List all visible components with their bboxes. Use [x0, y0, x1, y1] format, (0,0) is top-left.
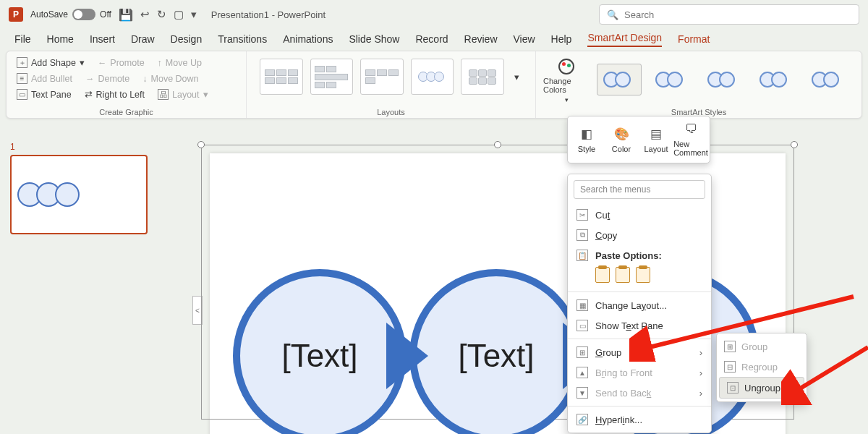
- link-icon: 🔗: [576, 414, 588, 425]
- tab-help[interactable]: Help: [551, 33, 572, 45]
- add-shape-button[interactable]: ＋Add Shape ▾: [14, 56, 88, 69]
- autosave-state: Off: [100, 9, 111, 20]
- tab-view[interactable]: View: [514, 33, 535, 45]
- menu-search-input[interactable]: Search the menus: [574, 180, 705, 199]
- layout-option-2[interactable]: [310, 59, 354, 95]
- style-option-2[interactable]: [649, 64, 694, 95]
- tab-slideshow[interactable]: Slide Show: [349, 33, 399, 45]
- smartart-shape-1[interactable]: [Text]: [233, 269, 407, 434]
- text-pane-menu-icon: ▭: [576, 320, 588, 331]
- ungroup-icon: ⊡: [727, 382, 739, 393]
- move-down-button[interactable]: ↓Move Down: [140, 72, 201, 85]
- slide-thumbnails-panel: 1: [0, 126, 174, 434]
- arrow-right-icon: →: [85, 74, 95, 84]
- layout-option-5[interactable]: [461, 59, 504, 95]
- present-icon[interactable]: ▢: [174, 8, 184, 21]
- style-option-3[interactable]: [701, 64, 746, 95]
- ribbon-tabs: File Home Insert Draw Design Transitions…: [0, 29, 868, 49]
- menu-bring-to-front: ▲Bring to Front›: [568, 362, 711, 383]
- search-input[interactable]: 🔍 Search: [599, 4, 859, 25]
- menu-cut[interactable]: ✂Cut: [568, 205, 711, 225]
- undo-icon[interactable]: ↩: [140, 8, 150, 21]
- qat-dropdown-icon[interactable]: ▾: [191, 8, 197, 21]
- demote-button[interactable]: →Demote: [82, 72, 132, 85]
- style-icon: ◧: [581, 127, 592, 142]
- layout-option-3[interactable]: [360, 59, 404, 95]
- tab-transitions[interactable]: Transitions: [218, 33, 267, 45]
- style-option-1[interactable]: [597, 64, 642, 95]
- add-bullet-button[interactable]: ≡Add Bullet: [14, 72, 75, 85]
- tab-record[interactable]: Record: [415, 33, 448, 45]
- search-icon: 🔍: [607, 9, 618, 20]
- mini-style-button[interactable]: ◧Style: [569, 119, 604, 160]
- move-up-button[interactable]: ↑Move Up: [155, 56, 205, 69]
- layout-option-1[interactable]: [260, 59, 303, 95]
- tab-home[interactable]: Home: [47, 33, 74, 45]
- menu-copy[interactable]: ⧉Copy: [568, 225, 711, 245]
- change-layout-icon: ▦: [576, 299, 588, 311]
- send-back-icon: ▼: [576, 387, 588, 399]
- save-icon[interactable]: 💾: [119, 8, 133, 22]
- paste-option-1[interactable]: [595, 267, 610, 283]
- arrow-down-icon: ↓: [142, 74, 147, 84]
- text-pane-button[interactable]: ▭Text Pane: [14, 88, 75, 101]
- menu-send-to-back: ▼Send to Back›: [568, 383, 711, 403]
- promote-button[interactable]: ←Promote: [95, 56, 148, 69]
- layout-option-4[interactable]: [411, 59, 454, 95]
- annotation-arrow-2: [781, 340, 868, 405]
- arrow-up-icon: ↑: [158, 58, 162, 68]
- tab-animations[interactable]: Animations: [283, 33, 333, 45]
- layout-button[interactable]: 品Layout ▾: [155, 88, 211, 101]
- autosave-toggle[interactable]: AutoSave Off: [30, 9, 111, 20]
- comment-icon: 🗨: [685, 122, 697, 137]
- group-label-styles: SmartArt Styles: [543, 106, 854, 116]
- bring-front-icon: ▲: [576, 367, 588, 378]
- app-icon: P: [9, 7, 23, 22]
- mini-layout-button[interactable]: ▤Layout: [639, 119, 673, 160]
- toggle-switch-icon: [72, 9, 95, 20]
- layouts-more-button[interactable]: ▾: [511, 70, 522, 84]
- mini-new-comment-button[interactable]: 🗨New Comment: [673, 119, 708, 160]
- palette-icon: [558, 59, 574, 75]
- resize-handle-icon[interactable]: [197, 141, 205, 148]
- search-placeholder: Search: [624, 9, 654, 20]
- tab-review[interactable]: Review: [464, 33, 498, 45]
- group-label-layouts: Layouts: [254, 106, 528, 116]
- bullet-icon: ≡: [17, 73, 27, 84]
- tab-smartart-design[interactable]: SmartArt Design: [587, 32, 662, 47]
- paste-option-3[interactable]: [636, 267, 650, 283]
- tab-file[interactable]: File: [14, 33, 31, 45]
- resize-handle-icon[interactable]: [791, 141, 798, 148]
- paste-option-2[interactable]: [616, 267, 630, 283]
- smartart-arrow-1: [386, 323, 428, 389]
- right-to-left-button[interactable]: ⇄Right to Left: [82, 88, 148, 101]
- text-pane-icon: ▭: [17, 89, 27, 100]
- change-colors-button[interactable]: Change Colors▾: [543, 56, 590, 103]
- svg-line-1: [794, 347, 868, 392]
- style-option-5[interactable]: [805, 64, 850, 95]
- mini-toolbar: ◧Style 🎨Color ▤Layout 🗨New Comment: [567, 116, 710, 163]
- slide-thumbnail-1[interactable]: [10, 155, 148, 234]
- regroup-icon: ⊟: [724, 361, 736, 373]
- rtl-icon: ⇄: [85, 89, 93, 100]
- slide-number: 1: [10, 142, 163, 152]
- menu-hyperlink[interactable]: 🔗Hyperlink...: [568, 409, 711, 430]
- style-option-4[interactable]: [753, 64, 798, 95]
- tab-insert[interactable]: Insert: [90, 33, 115, 45]
- layout-icon: 品: [158, 89, 169, 100]
- copy-icon: ⧉: [576, 229, 588, 241]
- menu-paste-options-label: 📋Paste Options:: [568, 245, 711, 265]
- tab-design[interactable]: Design: [171, 33, 203, 45]
- document-title: Presentation1 - PowerPoint: [211, 9, 326, 20]
- tab-draw[interactable]: Draw: [131, 33, 155, 45]
- cut-icon: ✂: [576, 209, 588, 221]
- ribbon: ＋Add Shape ▾ ←Promote ↑Move Up ≡Add Bull…: [6, 51, 862, 119]
- tab-format[interactable]: Format: [678, 33, 710, 45]
- autosave-label: AutoSave: [30, 9, 68, 20]
- redo-icon[interactable]: ↻: [157, 8, 166, 21]
- mini-color-button[interactable]: 🎨Color: [604, 119, 639, 160]
- arrow-left-icon: ←: [98, 58, 107, 68]
- resize-handle-icon[interactable]: [494, 141, 501, 148]
- layout-mini-icon: ▤: [650, 127, 662, 142]
- smartart-shape-2[interactable]: [Text]: [409, 269, 583, 434]
